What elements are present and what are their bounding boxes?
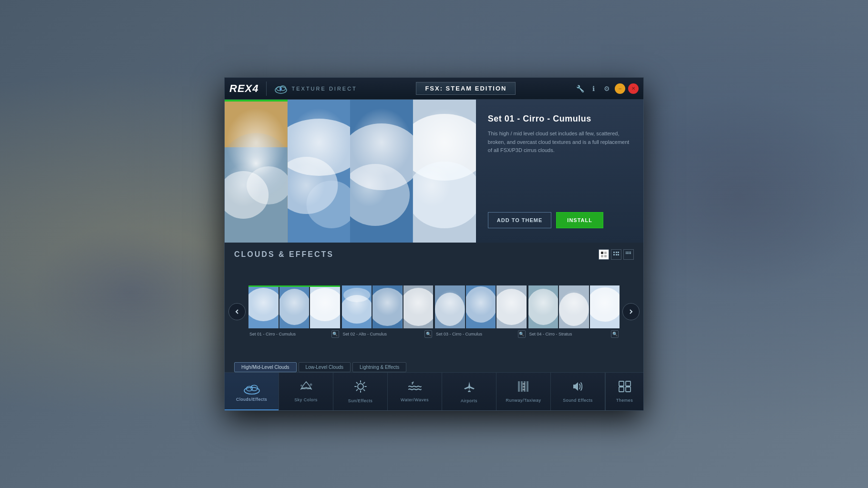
close-button[interactable]: ✕ — [628, 83, 639, 94]
install-button[interactable]: INSTALL — [556, 212, 603, 228]
svg-rect-33 — [626, 253, 627, 254]
zoom-icon-4[interactable]: 🔍 — [611, 330, 619, 338]
title-controls: 🔧 ℹ ⚙ – ✕ — [575, 83, 639, 94]
svg-point-7 — [225, 171, 269, 219]
runway-icon — [517, 380, 531, 396]
thumb-img-1b — [279, 285, 310, 328]
svg-rect-34 — [627, 253, 628, 254]
nav-clouds-effects[interactable]: Clouds/Effects — [225, 373, 279, 410]
cloud-texture-1 — [225, 100, 288, 243]
svg-rect-76 — [518, 381, 520, 392]
nav-label-water: Water/Waves — [401, 397, 429, 402]
svg-point-6 — [225, 133, 288, 209]
hero-actions: ADD TO THEME INSTALL — [488, 212, 631, 228]
svg-point-51 — [435, 293, 465, 326]
hero-title: Set 01 - Cirro - Cumulus — [488, 114, 631, 124]
info-icon[interactable]: ℹ — [588, 83, 599, 94]
svg-rect-58 — [559, 285, 589, 328]
edition-badge: FSX: STEAM EDITION — [416, 82, 516, 95]
thumb-strip-2[interactable] — [342, 285, 434, 328]
svg-point-11 — [288, 157, 338, 214]
subtab-high-mid[interactable]: High/Mid-Level Clouds — [234, 362, 297, 372]
svg-point-66 — [310, 384, 312, 386]
view-small-button[interactable] — [623, 249, 634, 260]
subtab-lightning[interactable]: Lightning & Effects — [352, 362, 406, 372]
svg-rect-48 — [403, 285, 434, 328]
settings-icon[interactable]: ⚙ — [601, 83, 612, 94]
prev-button[interactable] — [228, 303, 246, 320]
section-header: CLOUDS & EFFECTS — [225, 243, 643, 264]
thumb-strip-3[interactable] — [435, 285, 527, 328]
view-medium-button[interactable] — [611, 249, 621, 260]
small-grid-icon — [626, 252, 631, 257]
svg-point-42 — [310, 288, 340, 321]
sky-icon-svg — [299, 381, 313, 392]
thumb-strip-1[interactable] — [248, 285, 340, 328]
minimize-button[interactable]: – — [615, 83, 625, 94]
hero-info: Set 01 - Cirro - Cumulus This high / mid… — [476, 100, 643, 243]
svg-point-47 — [372, 288, 403, 326]
medium-grid-icon — [613, 252, 619, 257]
svg-rect-35 — [629, 253, 630, 254]
thumb-img-4b — [559, 285, 589, 328]
thumbnail-group-1[interactable]: Set 01 - Cirro - Cumulus 🔍 — [248, 285, 340, 338]
thumb-img-3c — [496, 285, 527, 328]
svg-rect-28 — [618, 254, 619, 255]
zoom-icon-2[interactable]: 🔍 — [424, 330, 432, 338]
svg-point-53 — [466, 286, 496, 323]
nav-water-waves[interactable]: Water/Waves — [388, 373, 442, 410]
large-grid-icon — [601, 252, 607, 257]
svg-point-59 — [559, 293, 589, 326]
next-button[interactable] — [622, 303, 640, 320]
thumb-label-3: Set 03 - Cirro - Cumulus — [436, 332, 482, 336]
zoom-icon-1[interactable]: 🔍 — [331, 330, 339, 338]
svg-point-45 — [343, 288, 370, 302]
zoom-icon-3[interactable]: 🔍 — [518, 330, 526, 338]
cloud-texture-3 — [350, 100, 413, 243]
svg-rect-5 — [225, 147, 288, 243]
nav-sun-effects[interactable]: Sun/Effects — [333, 373, 388, 410]
svg-point-44 — [342, 295, 372, 324]
thumb-cloud-1a — [248, 285, 279, 328]
view-large-button[interactable] — [599, 249, 609, 260]
thumb-label-4: Set 04 - Cirro - Stratus — [529, 332, 572, 336]
thumb-cloud-2a — [342, 285, 372, 328]
svg-point-38 — [248, 288, 279, 321]
water-icon-svg — [408, 381, 422, 392]
svg-point-18 — [413, 162, 476, 228]
logo-divider — [266, 81, 267, 96]
texture-direct-label: TEXTURE DIRECT — [291, 86, 357, 92]
svg-point-10 — [288, 119, 351, 176]
thumb-cloud-4c — [590, 285, 620, 328]
thumbnail-group-2[interactable]: Set 02 - Alto - Cumulus 🔍 — [342, 285, 434, 338]
svg-point-8 — [247, 166, 288, 204]
app-window: REX4 TEXTURE DIRECT FSX: STEAM EDITION 🔧… — [224, 77, 644, 411]
svg-rect-52 — [466, 285, 496, 328]
logo-area: REX4 TEXTURE DIRECT — [229, 81, 357, 96]
wrench-icon[interactable]: 🔧 — [575, 83, 585, 94]
themes-icon — [618, 380, 631, 396]
add-to-theme-button[interactable]: ADD TO THEME — [488, 212, 552, 228]
thumb-cloud-1b — [279, 285, 310, 328]
thumb-cloud-3c — [496, 285, 527, 328]
svg-rect-24 — [616, 252, 617, 253]
nav-sound-effects[interactable]: Sound Effects — [551, 373, 605, 410]
nav-airports[interactable]: Airports — [442, 373, 496, 410]
sky-colors-icon — [299, 381, 313, 395]
nav-themes[interactable]: Themes — [605, 373, 643, 410]
chevron-left-icon — [234, 309, 240, 315]
nav-sky-colors[interactable]: Sky Colors — [279, 373, 333, 410]
nav-label-sun: Sun/Effects — [348, 398, 372, 403]
thumbnail-group-3[interactable]: Set 03 - Cirro - Cumulus 🔍 — [435, 285, 527, 338]
thumb-label-2: Set 02 - Alto - Cumulus — [343, 332, 387, 336]
nav-runway[interactable]: Runway/Taxiway — [496, 373, 551, 410]
thumb-cloud-2c — [403, 285, 434, 328]
svg-rect-36 — [630, 253, 631, 254]
svg-rect-80 — [523, 383, 525, 385]
subtab-low-level[interactable]: Low-Level Clouds — [299, 362, 351, 372]
thumb-strip-4[interactable] — [528, 285, 620, 328]
svg-rect-19 — [601, 252, 603, 254]
section-title: CLOUDS & EFFECTS — [234, 250, 334, 259]
thumbnail-group-4[interactable]: Set 04 - Cirro - Stratus 🔍 — [528, 285, 620, 338]
thumb-img-4a — [528, 285, 558, 328]
